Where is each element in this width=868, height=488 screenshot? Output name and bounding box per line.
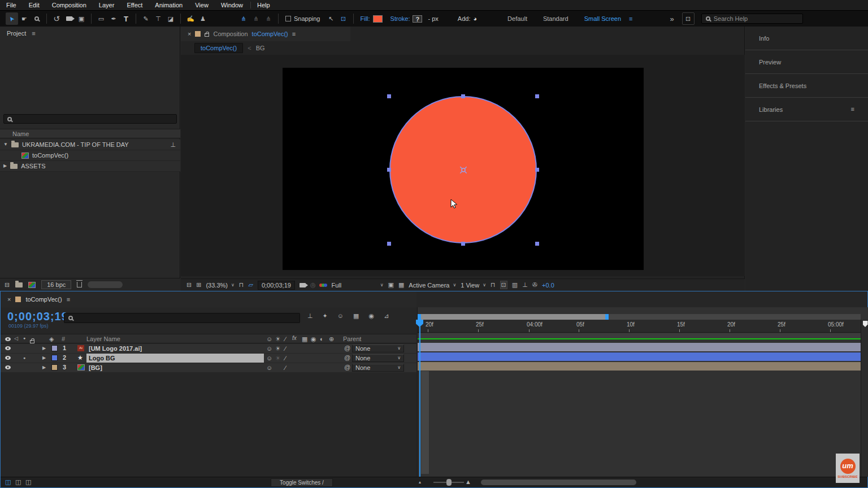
menu-help[interactable]: Help [250, 2, 276, 8]
frame-blending-icon[interactable]: ▦ [353, 313, 359, 319]
footer-scrollbar[interactable] [88, 281, 123, 288]
help-search-input[interactable] [714, 15, 798, 22]
quality-switch[interactable]: ∕ [285, 355, 286, 361]
selection-tool-button[interactable]: ➤ [6, 12, 18, 25]
snap-options-button[interactable]: ↖ [325, 12, 337, 25]
shy-switch[interactable]: ☺ [266, 355, 272, 361]
panel-menu-icon[interactable]: ≡ [67, 297, 70, 303]
layer-expand-icon[interactable]: ▶ [42, 356, 46, 360]
layer-visibility-eye-icon[interactable] [5, 346, 11, 350]
project-panel-title[interactable]: Project [7, 30, 26, 37]
rectangle-tool-button[interactable]: ▭ [95, 12, 107, 25]
timeline-zoom-slider-knob[interactable] [446, 479, 452, 486]
view-axis-mode-button[interactable]: ⋔ [262, 12, 275, 25]
workspace-standard[interactable]: Standard [535, 15, 576, 22]
layer-name[interactable]: Logo BG [86, 354, 264, 363]
menu-window[interactable]: Window [215, 2, 249, 8]
layer-name[interactable]: [BG] [86, 363, 264, 372]
playhead-line[interactable] [419, 320, 420, 477]
layer-row-2[interactable]: ● ▶ 2 ★ Logo BG ☺ ☀ ∕ @ None ∨ [1, 354, 416, 363]
region-of-interest-icon[interactable]: ▱ [248, 282, 253, 288]
transfer-controls-pane-toggle-icon[interactable]: ◫ [15, 479, 21, 485]
layer-expand-icon[interactable]: ▶ [42, 365, 46, 370]
layer-row-1[interactable]: ▶ 1 Ai [UM Logo 2017.ai] ☺ ☀ ∕ @ None ∨ [1, 344, 416, 353]
project-item-composition[interactable]: toCompVec() [0, 150, 180, 161]
camera-dropdown[interactable]: Active Camera ∨ [409, 282, 456, 289]
snapshot-icon[interactable] [300, 283, 306, 287]
libraries-menu-icon[interactable]: ≡ [851, 106, 854, 112]
zoom-tool-button[interactable] [31, 12, 43, 25]
comp-marker-bin-icon[interactable] [863, 321, 868, 327]
stroke-color-swatch[interactable]: ? [413, 15, 422, 23]
current-time-display[interactable]: 0;00;03;19 [258, 281, 295, 290]
panel-tab-libraries[interactable]: Libraries ≡ [745, 98, 868, 121]
graph-editor-icon[interactable]: ⊿ [384, 313, 389, 319]
layer-label-swatch[interactable] [51, 345, 58, 351]
project-search-box[interactable] [3, 114, 177, 124]
layer-duration-bar-3[interactable] [418, 362, 861, 371]
menu-layer[interactable]: Layer [93, 2, 121, 8]
pan-behind-tool-button[interactable]: ▣ [75, 12, 88, 25]
delete-icon[interactable] [77, 282, 82, 287]
show-channel-icon[interactable] [320, 284, 327, 287]
timeline-tab[interactable]: × toCompVec() ≡ [1, 291, 416, 307]
draft-3d-icon[interactable]: ✦ [323, 313, 328, 319]
shy-switch[interactable]: ☺ [266, 365, 272, 371]
magnification-dropdown[interactable]: (33.3%) ∨ [206, 282, 234, 289]
parent-pickwhip-icon[interactable]: @ [344, 355, 350, 361]
lock-icon[interactable] [205, 33, 209, 37]
layer-label-swatch[interactable] [51, 364, 58, 371]
goalpost-icon[interactable]: ⊓ [491, 282, 496, 288]
zoom-in-mountain-icon[interactable]: ▲ [465, 479, 471, 485]
close-icon[interactable]: × [188, 31, 191, 37]
selection-handle[interactable] [535, 168, 539, 172]
layer-visibility-eye-icon[interactable] [5, 356, 11, 360]
snap-frame-button[interactable]: ⊡ [337, 12, 350, 25]
layer-visibility-eye-icon[interactable] [5, 365, 11, 369]
bit-depth-button[interactable]: 16 bpc [41, 280, 71, 289]
workspace-overflow-icon[interactable]: » [670, 15, 674, 23]
time-navigator-range[interactable] [419, 314, 607, 320]
solo-dot-icon[interactable]: ● [23, 356, 25, 360]
parent-dropdown[interactable]: None ∨ [352, 345, 404, 352]
parent-pickwhip-icon[interactable]: @ [344, 364, 350, 371]
type-tool-button[interactable]: T [120, 12, 132, 25]
flowchart-button-icon[interactable]: ⊥ [522, 282, 528, 288]
composition-mini-flowchart-icon[interactable]: ⊥ [307, 313, 313, 319]
panel-menu-icon[interactable]: ≡ [292, 31, 296, 37]
timeline-horizontal-scrollbar[interactable] [481, 480, 636, 485]
anchor-point-icon[interactable] [458, 165, 468, 175]
quality-switch[interactable]: ∕ [285, 346, 286, 352]
roto-brush-tool-button[interactable]: ✍ [184, 12, 197, 25]
menu-view[interactable]: View [189, 2, 215, 8]
shy-switch[interactable]: ☺ [266, 346, 272, 352]
new-composition-icon[interactable] [28, 282, 36, 288]
zoom-out-mountain-icon[interactable]: ▴ [419, 480, 421, 485]
selection-handle[interactable] [387, 242, 391, 246]
brush-tool-button[interactable]: ✎ [140, 12, 152, 25]
always-preview-icon[interactable]: ⊟ [186, 282, 192, 288]
selection-handle[interactable] [535, 94, 539, 98]
current-time-display[interactable]: 0;00;03;19 [7, 310, 68, 323]
navigator-end-handle[interactable] [605, 314, 609, 320]
time-ruler[interactable]: 20f 25f 04:00f 05f 10f 15f 20f 25f 05:00… [418, 320, 861, 333]
transparency-grid-icon[interactable]: ▦ [398, 282, 404, 288]
camera-tool-button[interactable] [63, 12, 75, 25]
project-panel-menu-icon[interactable]: ≡ [32, 30, 35, 37]
composition-stage[interactable] [283, 68, 644, 270]
collapse-switch[interactable]: ☀ [275, 346, 281, 352]
time-navigator-track[interactable] [418, 314, 861, 320]
composition-tab[interactable]: × Composition toCompVec() ≡ [181, 27, 350, 41]
layer-duration-bar-1[interactable] [418, 343, 861, 351]
primary-viewer-icon[interactable]: ⊞ [196, 282, 201, 288]
breadcrumb-current[interactable]: toCompVec() [194, 43, 243, 53]
reset-exposure-icon[interactable]: ✇ [532, 282, 537, 288]
selection-handle[interactable] [461, 94, 465, 98]
panel-tab-preview[interactable]: Preview [745, 50, 868, 74]
parent-dropdown[interactable]: None ∨ [352, 364, 404, 372]
fill-color-swatch[interactable] [373, 15, 383, 23]
workspace-menu-icon[interactable]: ≡ [629, 16, 632, 22]
selection-handle[interactable] [387, 94, 391, 98]
layer-name-column-label[interactable]: Layer Name [86, 336, 120, 342]
project-item-folder-ukramedia[interactable]: ▼ UKRAMEDIA.COM - TIP OF THE DAY ⊥ [0, 140, 180, 150]
